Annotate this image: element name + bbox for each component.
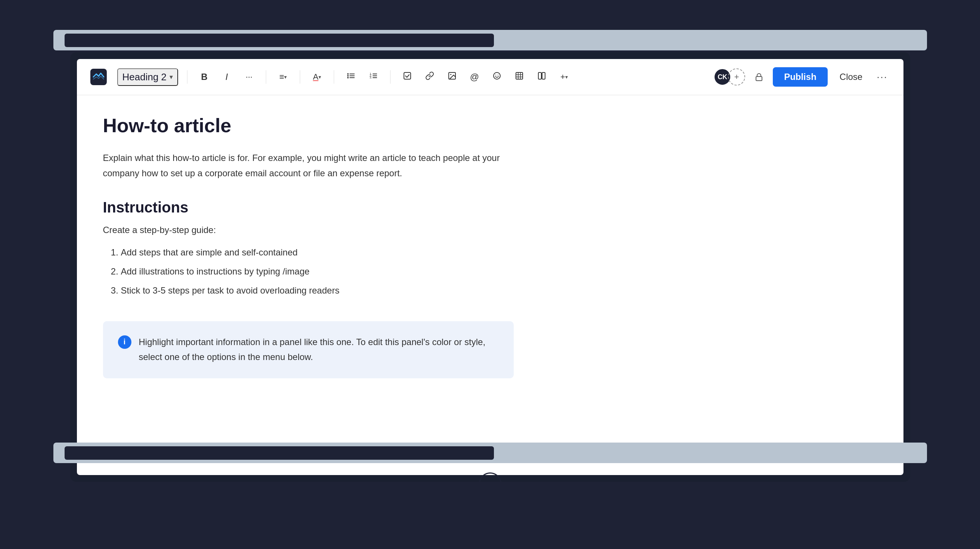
svg-rect-6 — [350, 77, 355, 78]
svg-point-5 — [347, 77, 349, 78]
publish-label: Publish — [784, 72, 816, 82]
editor-inner: Heading 2 ▾ B I ··· — [77, 59, 904, 475]
add-icon: + — [734, 72, 739, 82]
italic-icon: I — [226, 72, 228, 82]
more-inline-icon: ··· — [246, 72, 252, 82]
chevron-down-icon: ▾ — [170, 73, 173, 81]
article-title[interactable]: How-to article — [103, 114, 877, 137]
list-item[interactable]: Add illustrations to instructions by typ… — [121, 263, 877, 279]
add-collaborator-button[interactable]: + — [728, 68, 745, 86]
toolbar: Heading 2 ▾ B I ··· — [77, 59, 904, 95]
text-color-icon: A — [313, 72, 318, 82]
toolbar-divider-5 — [390, 70, 390, 84]
toolbar-divider-2 — [266, 70, 266, 84]
link-icon — [425, 71, 434, 83]
svg-point-17 — [495, 75, 496, 75]
scrollbar-top-thumb[interactable] — [65, 33, 494, 47]
editor-content[interactable]: How-to article Explain what this how-to … — [77, 95, 904, 475]
lock-icon — [754, 72, 764, 82]
info-panel-text[interactable]: Highlight important information in a pan… — [139, 335, 499, 365]
toolbar-divider-4 — [334, 70, 334, 84]
svg-point-1 — [347, 73, 349, 75]
bullet-list-button[interactable] — [343, 69, 359, 85]
svg-text:3.: 3. — [370, 76, 372, 79]
emoji-button[interactable] — [489, 69, 505, 85]
info-panel: i Highlight important information in a p… — [103, 321, 514, 379]
table-icon — [515, 71, 524, 83]
checkbox-icon — [403, 71, 412, 83]
numbered-list-button[interactable]: 1. 2. 3. — [366, 69, 381, 85]
scrollbar-bottom-thumb[interactable] — [65, 446, 494, 460]
svg-rect-26 — [756, 76, 762, 81]
toolbar-right: CK + Publis — [714, 67, 890, 87]
bold-icon: B — [201, 72, 207, 82]
list-item[interactable]: Add steps that are simple and self-conta… — [121, 244, 877, 260]
bullet-list-icon — [347, 71, 355, 83]
screen-wrapper: Heading 2 ▾ B I ··· — [0, 0, 980, 549]
svg-rect-25 — [542, 72, 545, 79]
svg-rect-4 — [350, 75, 355, 76]
text-color-button[interactable]: A ▾ — [309, 69, 325, 85]
svg-rect-19 — [516, 72, 523, 79]
align-button[interactable]: ≡ ▾ — [275, 69, 291, 85]
editor-outer: Heading 2 ▾ B I ··· — [70, 52, 910, 482]
resize-handle[interactable] — [479, 473, 501, 495]
align-icon: ≡ — [279, 72, 284, 82]
svg-rect-8 — [372, 73, 377, 74]
svg-rect-24 — [538, 72, 541, 79]
italic-button[interactable]: I — [219, 69, 234, 85]
instructions-heading[interactable]: Instructions — [103, 199, 877, 216]
steps-list: Add steps that are simple and self-conta… — [103, 244, 877, 299]
heading-select-label: Heading 2 — [123, 71, 167, 83]
avatar-group: CK + — [714, 68, 745, 86]
publish-button[interactable]: Publish — [773, 67, 828, 87]
svg-point-16 — [493, 72, 500, 79]
insert-more-button[interactable]: + ▾ — [556, 69, 572, 85]
plus-icon: + — [560, 72, 565, 82]
close-button[interactable]: Close — [834, 69, 869, 85]
scrollbar-bottom[interactable] — [53, 442, 927, 463]
columns-icon — [537, 71, 546, 83]
svg-rect-2 — [350, 73, 355, 74]
text-color-chevron-icon: ▾ — [318, 74, 321, 80]
svg-rect-10 — [372, 75, 377, 76]
svg-point-15 — [450, 74, 451, 75]
close-label: Close — [840, 72, 862, 82]
more-options-icon: ··· — [877, 71, 888, 83]
toolbar-divider-3 — [300, 70, 300, 84]
svg-point-3 — [347, 75, 349, 76]
mention-button[interactable]: @ — [467, 69, 482, 85]
align-chevron-icon: ▾ — [284, 74, 287, 80]
image-button[interactable] — [444, 69, 460, 85]
scrollbar-top[interactable] — [53, 30, 927, 51]
emoji-icon — [492, 71, 501, 83]
svg-rect-12 — [372, 77, 377, 78]
toolbar-divider-1 — [187, 70, 188, 84]
numbered-list-icon: 1. 2. 3. — [369, 71, 378, 83]
more-options-button[interactable]: ··· — [874, 69, 890, 85]
table-button[interactable] — [511, 69, 527, 85]
editor-logo — [90, 69, 107, 85]
more-inline-button[interactable]: ··· — [241, 69, 257, 85]
svg-rect-13 — [404, 72, 410, 79]
bold-button[interactable]: B — [196, 69, 212, 85]
link-button[interactable] — [422, 69, 438, 85]
heading-select[interactable]: Heading 2 ▾ — [117, 68, 178, 86]
checkbox-button[interactable] — [399, 69, 415, 85]
insert-chevron-icon: ▾ — [565, 74, 568, 80]
columns-button[interactable] — [534, 69, 550, 85]
article-intro[interactable]: Explain what this how-to article is for.… — [103, 151, 514, 181]
list-item[interactable]: Stick to 3-5 steps per task to avoid ove… — [121, 282, 877, 298]
lock-button[interactable] — [751, 69, 767, 85]
mention-icon: @ — [470, 72, 479, 82]
section-subtext[interactable]: Create a step-by-step guide: — [103, 225, 877, 235]
svg-point-18 — [498, 75, 498, 75]
image-icon — [448, 71, 457, 83]
info-icon: i — [118, 336, 131, 349]
avatar-initials: CK — [718, 73, 727, 81]
